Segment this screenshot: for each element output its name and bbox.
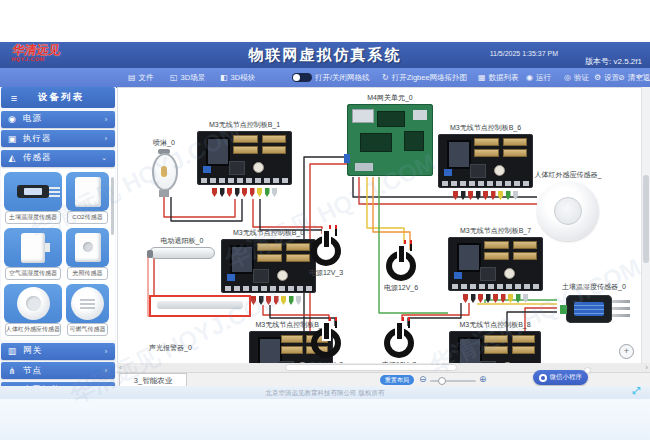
gear-icon: ⚙ [594, 74, 601, 82]
pin-terminal [483, 191, 488, 200]
expand-icon[interactable]: ⤢ [629, 384, 643, 398]
power-12v-3-label: 电源12V_3 [309, 268, 343, 278]
power-12v-2-label: 电源12V_2 [309, 360, 343, 363]
soil-sensor-0-body [557, 293, 631, 327]
menu-item-module-3d[interactable]: ◧3D模块 [220, 68, 255, 87]
sidebar-item-gateway[interactable]: ▥网关› [1, 343, 115, 360]
sidebar-item-actuator[interactable]: ▣执行器› [1, 130, 115, 147]
node-board-b7[interactable]: M3无线节点控制板B_7 [448, 237, 543, 303]
scroll-right-icon[interactable]: › [645, 363, 648, 372]
power-12v-7-body [382, 319, 416, 359]
sensor-tile-air-temp-humidity-sensor: 空气温湿度传感器 [4, 228, 62, 282]
soil-temp-humidity-sensor-icon [17, 185, 49, 198]
version-label: 版本号: v2.5.2f1 [585, 56, 642, 67]
sensor-tile-label: 人体红外感应传感器 [5, 323, 61, 336]
sensor-tile-label: 土壤温湿度传感器 [5, 211, 61, 224]
node-board-b1[interactable]: M3无线节点控制板B_1 [197, 131, 292, 197]
pin-terminal [471, 294, 476, 303]
zoom-out-icon[interactable]: ⊖ [419, 374, 427, 385]
sensor-tile-image-human-infrared-sensor[interactable] [4, 284, 62, 323]
alarm-0[interactable]: 声光报警器_0 [149, 295, 251, 317]
sensor-tile-co2-sensor: CO2传感器 [66, 172, 109, 226]
soil-sensor-0[interactable]: 土壤温湿度传感器_0 [557, 293, 631, 327]
design-canvas[interactable]: + 喷淋_0M3无线节点控制板B_1M4网关单元_0M3无线节点控制板B_6人体… [117, 87, 641, 363]
menu-item-settings[interactable]: ⚙设置 [594, 68, 619, 87]
chevron-icon: › [105, 135, 107, 142]
bottom-gateway-icon: ▥ [1, 346, 23, 356]
grid-toggle-switch[interactable] [292, 73, 312, 82]
power-12v-7[interactable]: 电源12V_7 [382, 319, 416, 359]
menu-item-data-list[interactable]: ▦数据列表 [478, 68, 519, 87]
menu-item-zigbee-topology[interactable]: ↻打开Zigbee网络拓扑图 [382, 68, 467, 87]
hamburger-icon[interactable]: ≡ [1, 92, 27, 104]
power-12v-6[interactable]: 电源12V_6 [384, 242, 418, 282]
menu-item-label: 返回 [643, 73, 650, 83]
menu-item-run[interactable]: ◉运行 [526, 68, 551, 87]
sensor-tile-image-light-sensor[interactable] [66, 228, 109, 267]
power-12v-6-body [384, 242, 418, 282]
wechat-miniprogram-button[interactable]: 微信小程序 [533, 370, 589, 385]
scene-tab[interactable]: 3_智能农业 [119, 373, 187, 387]
gateway-m4-0[interactable]: M4网关单元_0 [347, 104, 433, 176]
run-icon: ◉ [526, 74, 533, 82]
menu-item-verify[interactable]: ◎验证 [564, 68, 589, 87]
copyright-footer: 北京华清远见教育科技有限公司 版权所有 [0, 386, 650, 399]
sensor-tile-soil-temp-humidity-sensor: 土壤温湿度传感器 [4, 172, 62, 226]
sensor-tile-image-gas-sensor[interactable] [66, 284, 109, 323]
menu-item-label: 数据列表 [489, 73, 519, 83]
sensor-tile-label: 空气温湿度传感器 [5, 267, 61, 280]
sidebar-item-power[interactable]: ◉电源› [1, 111, 115, 128]
pin-terminal [296, 296, 301, 305]
node-board-b1-label: M3无线节点控制板B_1 [209, 120, 280, 130]
sidebar-item-label: 执行器 [23, 133, 105, 145]
node-board-b8[interactable]: M3无线节点控制板B_8 [449, 331, 541, 363]
menu-bar: ▤文件◱3D场景◧3D模块打开/关闭网格线↻打开Zigbee网络拓扑图▦数据列表… [0, 68, 650, 88]
menu-item-label: 3D模块 [231, 73, 256, 83]
gas-sensor-icon [71, 287, 104, 320]
zoom-slider-thumb[interactable] [438, 377, 446, 385]
back-icon: ‹ [637, 74, 640, 82]
sensor-tile-human-infrared-sensor: 人体红外感应传感器 [4, 284, 62, 338]
pin-terminal [250, 188, 255, 197]
menu-item-grid-toggle[interactable]: 打开/关闭网格线 [292, 68, 370, 87]
sensor-tile-image-soil-temp-humidity-sensor[interactable] [4, 172, 62, 211]
sprinkler-0[interactable]: 喷淋_0 [147, 149, 181, 197]
sidebar-item-label: 电源 [23, 113, 105, 125]
human-ir-sensor[interactable]: 人体红外感应传感器_ [537, 181, 599, 241]
power-12v-3[interactable]: 电源12V_3 [309, 227, 343, 267]
pin-terminal [259, 296, 264, 305]
wechat-button-label: 微信小程序 [550, 373, 583, 382]
pin-terminal [498, 191, 503, 200]
chevron-icon: › [105, 367, 107, 374]
canvas-vertical-scrollbar[interactable] [641, 87, 650, 363]
zoom-slider[interactable] [430, 380, 476, 382]
scroll-left-icon[interactable]: ‹ [119, 363, 122, 372]
node-board-b6-label: M3无线节点控制板B_6 [450, 123, 521, 133]
top-power-icon: ◉ [1, 114, 23, 124]
reset-layout-button[interactable]: 重置布局 [380, 375, 414, 385]
sensor-grid-scrollbar[interactable] [111, 177, 114, 235]
fit-view-icon[interactable]: + [619, 344, 634, 359]
vertical-scrollbar-thumb[interactable] [643, 175, 649, 263]
sensor-tile-image-co2-sensor[interactable] [66, 172, 109, 211]
horizontal-scrollbar-thumb[interactable] [285, 364, 457, 371]
alarm-0-body [149, 295, 251, 317]
air-temp-humidity-sensor-icon [21, 233, 45, 263]
power-12v-2[interactable]: 电源12V_2 [309, 319, 343, 359]
sunshade-0[interactable]: 电动遮阳板_0 [149, 247, 215, 259]
sidebar-item-node[interactable]: ⋔节点› [1, 362, 115, 379]
zoom-in-icon[interactable]: ⊕ [479, 374, 487, 385]
sensor-tile-image-air-temp-humidity-sensor[interactable] [4, 228, 62, 267]
node-board-b8-body [449, 331, 541, 363]
title-bar: 华清远见 HQYJ.COM 物联网虚拟仿真系统 11/5/2025 1:35:3… [0, 42, 650, 68]
node-board-b6[interactable]: M3无线节点控制板B_6 [438, 134, 533, 200]
sensor-tile-gas-sensor: 可燃气传感器 [66, 284, 109, 338]
menu-item-file[interactable]: ▤文件 [128, 68, 154, 87]
sidebar-item-sensor[interactable]: ◭传感器⌄ [1, 150, 115, 167]
pin-terminal [235, 188, 240, 197]
menu-item-scene-3d[interactable]: ◱3D场景 [170, 68, 205, 87]
list-icon: ▦ [478, 74, 486, 82]
menu-item-back[interactable]: ‹返回 [637, 68, 650, 87]
node-board-b7-label: M3无线节点控制板B_7 [460, 226, 531, 236]
pin-terminal [242, 188, 247, 197]
